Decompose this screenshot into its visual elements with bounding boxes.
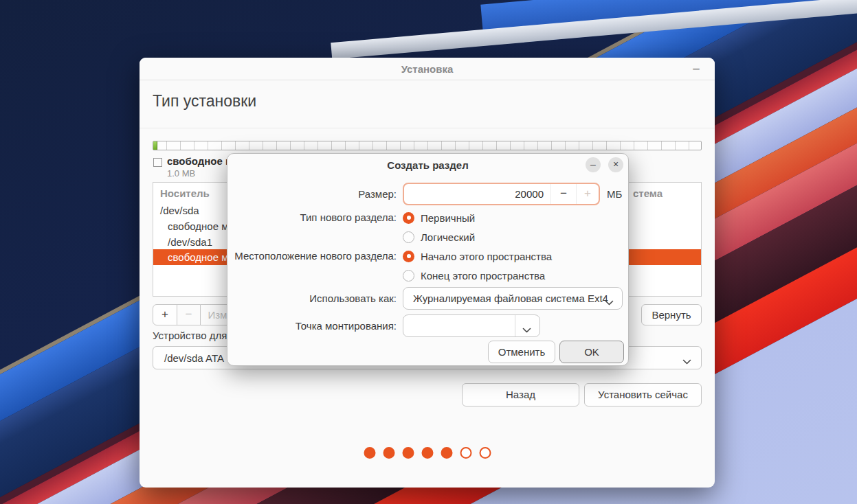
chevron-down-icon bbox=[682, 356, 691, 368]
size-value[interactable]: 20000 bbox=[404, 184, 550, 204]
progress-dot-empty bbox=[479, 447, 491, 459]
progress-dot-filled bbox=[364, 447, 375, 459]
column-header-filesystem-fragment[interactable]: стема bbox=[633, 187, 663, 199]
radio-unselected-icon[interactable] bbox=[403, 231, 414, 243]
install-now-button[interactable]: Установить сейчас bbox=[584, 383, 702, 406]
chevron-down-icon bbox=[605, 297, 614, 309]
create-partition-dialog: Создать раздел – × Размер: 20000 − + МБ … bbox=[227, 153, 629, 366]
radio-logical[interactable]: Логический bbox=[403, 231, 475, 243]
progress-dot-filled bbox=[421, 447, 433, 459]
use-as-label: Использовать как: bbox=[309, 293, 397, 304]
dialog-close-icon[interactable]: × bbox=[608, 157, 623, 172]
progress-dot-filled bbox=[383, 447, 394, 459]
chevron-down-icon bbox=[522, 324, 531, 336]
progress-dot-filled bbox=[441, 447, 452, 459]
page-title: Тип установки bbox=[153, 92, 256, 111]
use-as-value: Журналируемая файловая система Ext4 bbox=[413, 293, 608, 304]
dialog-minimize-icon[interactable]: – bbox=[586, 157, 601, 172]
mount-point-label: Точка монтирования: bbox=[296, 320, 397, 332]
column-header-device[interactable]: Носитель bbox=[160, 187, 210, 199]
cancel-button[interactable]: Отменить bbox=[488, 341, 555, 363]
header-separator bbox=[140, 128, 715, 128]
size-unit: МБ bbox=[607, 188, 622, 200]
window-titlebar[interactable]: Установка – bbox=[140, 58, 715, 80]
radio-selected-icon[interactable] bbox=[403, 212, 414, 224]
window-minimize-icon[interactable]: – bbox=[689, 61, 704, 76]
window-title: Установка bbox=[140, 63, 715, 75]
location-label: Местоположение нового раздела: bbox=[234, 250, 397, 262]
mount-point-dropdown-button[interactable] bbox=[515, 315, 539, 336]
radio-end[interactable]: Конец этого пространства bbox=[403, 269, 545, 282]
back-button[interactable]: Назад bbox=[462, 383, 579, 406]
ok-button[interactable]: OK bbox=[559, 341, 624, 363]
use-as-dropdown[interactable]: Журналируемая файловая система Ext4 bbox=[403, 287, 623, 310]
add-partition-button[interactable]: + bbox=[153, 304, 177, 325]
legend-size: 1.0 MB bbox=[167, 168, 195, 179]
progress-dot-filled bbox=[402, 447, 414, 459]
desktop: Установка – Тип установки свободное мест… bbox=[0, 0, 857, 504]
legend-color-checkbox[interactable] bbox=[153, 158, 162, 167]
progress-dot-empty bbox=[460, 447, 471, 459]
radio-primary[interactable]: Первичный bbox=[403, 211, 475, 224]
boot-device-value: /dev/sda ATA bbox=[164, 352, 224, 364]
progress-dots bbox=[364, 447, 491, 459]
size-label: Размер: bbox=[358, 188, 397, 200]
partition-overview-bar bbox=[153, 141, 702, 150]
remove-partition-button[interactable]: − bbox=[177, 304, 201, 325]
spin-minus-button[interactable]: − bbox=[550, 184, 576, 204]
mount-point-combo[interactable] bbox=[403, 314, 540, 337]
boot-device-label: Устройство для bbox=[153, 330, 227, 341]
partition-type-label: Тип нового раздела: bbox=[300, 211, 397, 223]
radio-unselected-icon[interactable] bbox=[403, 270, 414, 282]
radio-beginning[interactable]: Начало этого пространства bbox=[403, 250, 552, 262]
partition-segment-free bbox=[153, 141, 157, 150]
radio-selected-icon[interactable] bbox=[403, 251, 414, 262]
dialog-title: Создать раздел bbox=[227, 159, 628, 171]
revert-button[interactable]: Вернуть bbox=[641, 304, 702, 325]
size-spinbox[interactable]: 20000 − + bbox=[403, 183, 600, 205]
spin-plus-button[interactable]: + bbox=[576, 184, 599, 204]
